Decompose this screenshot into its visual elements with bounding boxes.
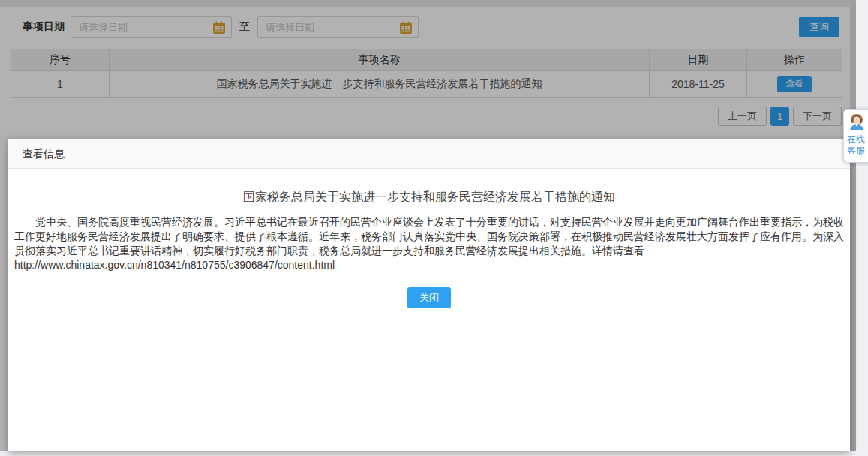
- modal-actions: 关闭: [14, 287, 844, 308]
- modal-title: 查看信息: [23, 148, 65, 160]
- document-text: 党中央、国务院高度重视民营经济发展。习近平总书记在最近召开的民营企业座谈会上发表…: [14, 216, 844, 256]
- document-title: 国家税务总局关于实施进一步支持和服务民营经济发展若干措施的通知: [14, 190, 844, 206]
- modal-body: 国家税务总局关于实施进一步支持和服务民营经济发展若干措施的通知 党中央、国务院高…: [8, 190, 850, 308]
- close-button[interactable]: 关闭: [407, 287, 451, 308]
- customer-service-label-line1: 在线: [847, 134, 865, 146]
- document-paragraph: 党中央、国务院高度重视民营经济发展。习近平总书记在最近召开的民营企业座谈会上发表…: [14, 215, 844, 272]
- customer-service-avatar-icon: [847, 112, 866, 134]
- document-url: http://www.chinatax.gov.cn/n810341/n8107…: [14, 259, 335, 271]
- customer-service-label-line2: 客服: [847, 146, 865, 157]
- customer-service-widget[interactable]: 在线 客服: [843, 109, 868, 163]
- view-info-modal: 查看信息 国家税务总局关于实施进一步支持和服务民营经济发展若干措施的通知 党中央…: [8, 139, 850, 451]
- modal-header: 查看信息: [8, 139, 850, 169]
